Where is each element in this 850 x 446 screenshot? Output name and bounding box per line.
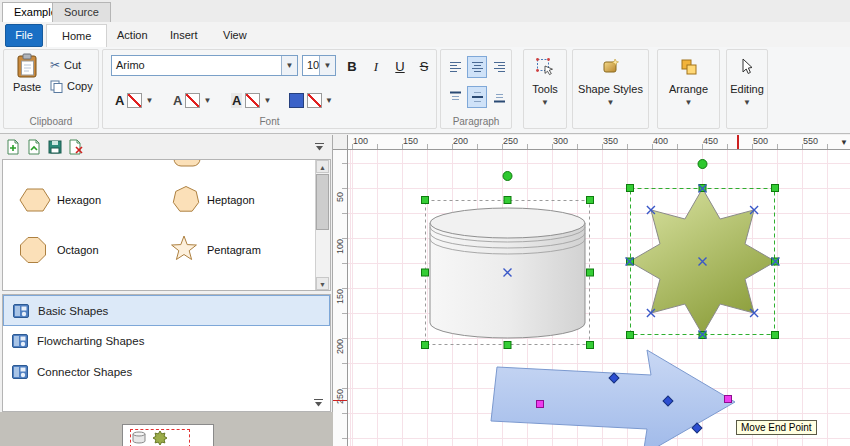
stencil-icon <box>11 332 29 350</box>
new-diagram-button[interactable] <box>3 137 23 157</box>
cylinder-top[interactable] <box>430 208 585 238</box>
editing-button[interactable]: Editing ▼ <box>728 51 766 127</box>
ruler-mark: 50 <box>335 192 345 202</box>
category-label: Basic Shapes <box>38 296 108 327</box>
tools-button[interactable]: Tools ▼ <box>525 51 565 127</box>
underline-button[interactable]: U <box>388 55 412 78</box>
category-connector-shapes[interactable]: Connector Shapes <box>3 357 330 388</box>
scroll-up-icon[interactable]: ▲ <box>316 160 329 173</box>
star-node[interactable] <box>626 160 780 339</box>
paste-button[interactable]: Paste <box>8 53 46 115</box>
diagram-canvas[interactable] <box>348 150 850 446</box>
valign-top-button[interactable] <box>445 86 465 108</box>
chevron-down-icon[interactable]: ▼ <box>325 96 333 105</box>
shape-list-scrollbar[interactable]: ▲ ▼ <box>315 160 330 290</box>
arrow-link[interactable] <box>491 350 735 446</box>
rotation-handle[interactable] <box>503 172 512 181</box>
cylinder-body[interactable] <box>430 223 585 338</box>
category-flowcharting-shapes[interactable]: Flowcharting Shapes <box>3 326 330 357</box>
letter-a-icon: A <box>115 93 124 108</box>
arrange-icon <box>680 58 698 76</box>
chevron-down-icon[interactable]: ▼ <box>281 56 297 75</box>
text-highlight-color-button[interactable]: A ▼ <box>227 88 275 112</box>
valign-middle-button[interactable] <box>467 86 487 108</box>
italic-button[interactable]: I <box>364 55 388 78</box>
scrollbar-thumb[interactable] <box>316 174 329 230</box>
arrange-button[interactable]: Arrange ▼ <box>659 51 718 127</box>
copy-button[interactable]: Copy <box>50 78 93 94</box>
chevron-down-icon[interactable]: ▼ <box>145 96 153 105</box>
doc-tab-source[interactable]: Source <box>52 2 111 22</box>
ruler-corner <box>333 135 348 150</box>
cylinder-node[interactable] <box>422 172 594 349</box>
strikethrough-button[interactable]: S <box>412 55 436 78</box>
chevron-down-icon[interactable]: ▼ <box>319 56 335 75</box>
save-diagram-button[interactable] <box>45 137 65 157</box>
open-diagram-button[interactable] <box>24 137 44 157</box>
scroll-down-icon[interactable]: ▼ <box>316 277 329 290</box>
chevron-down-icon: ▼ <box>541 98 549 107</box>
text-outline-color-button[interactable]: A ▼ <box>169 88 215 112</box>
collapse-panel-icon <box>314 142 325 152</box>
shape-fill-color-button[interactable]: ▼ <box>285 88 337 112</box>
ruler-mark: 200 <box>453 136 468 146</box>
tab-home[interactable]: Home <box>46 24 107 47</box>
fill-swatch-icon <box>289 93 304 108</box>
ruler-options-icon[interactable]: ▼ <box>840 138 848 147</box>
start-point-handle[interactable] <box>537 401 544 408</box>
chevron-down-icon[interactable]: ▼ <box>263 96 271 105</box>
rotation-handle[interactable] <box>698 160 707 169</box>
cut-label: Cut <box>64 59 81 71</box>
cursor-icon <box>738 58 756 76</box>
align-right-button[interactable] <box>489 56 509 78</box>
shape-label: Pentagram <box>207 244 261 256</box>
copy-label: Copy <box>67 80 93 92</box>
no-color-icon <box>307 93 322 108</box>
expand-more-icon[interactable] <box>313 398 324 408</box>
end-point-handle[interactable] <box>725 396 732 403</box>
stencil-icon <box>11 363 29 381</box>
octagon-icon <box>19 236 47 264</box>
tab-insert[interactable]: Insert <box>155 24 213 46</box>
chevron-down-icon: ▼ <box>743 98 751 107</box>
bold-button[interactable]: B <box>340 55 364 78</box>
text-color-button[interactable]: A ▼ <box>111 88 157 112</box>
copy-icon <box>50 80 63 93</box>
clipboard-group-label: Clipboard <box>4 116 98 127</box>
arrange-label: Arrange <box>669 83 708 95</box>
cut-button[interactable]: ✂ Cut <box>50 57 81 73</box>
tab-view[interactable]: View <box>208 24 262 46</box>
delete-diagram-button[interactable] <box>66 137 86 157</box>
overview-pane[interactable] <box>0 412 333 446</box>
ruler-mark: 250 <box>335 389 345 404</box>
category-label: Flowcharting Shapes <box>37 326 144 357</box>
ruler-mark: 400 <box>653 136 668 146</box>
font-size-combo[interactable]: 10 ▼ <box>302 55 336 76</box>
panel-pin-button[interactable] <box>309 137 329 157</box>
shape-category-list: Basic Shapes Flowcharting Shapes <box>2 294 331 412</box>
tooltip: Move End Point <box>736 420 817 435</box>
stencil-icon <box>12 302 30 320</box>
tab-action[interactable]: Action <box>102 24 163 46</box>
file-button[interactable]: File <box>5 24 43 47</box>
align-left-button[interactable] <box>445 56 465 78</box>
chevron-down-icon[interactable]: ▼ <box>203 96 211 105</box>
font-group-label: Font <box>103 116 436 127</box>
paragraph-group-label: Paragraph <box>441 116 511 127</box>
new-document-icon <box>5 139 21 155</box>
align-center-button[interactable] <box>467 56 487 78</box>
vertical-ruler: 50 100 150 200 250 <box>333 150 348 446</box>
valign-bottom-button[interactable] <box>489 86 509 108</box>
font-family-combo[interactable]: Arimo ▼ <box>111 55 298 76</box>
ruler-mark: 100 <box>335 239 345 254</box>
group-arrange: Arrange ▼ <box>657 49 720 129</box>
ribbon: Paste ✂ Cut Copy Clipboard Arimo ▼ <box>0 47 850 134</box>
font-size-value: 10 <box>307 59 319 71</box>
shape-list: Hexagon Heptagon Octagon Pentagram <box>2 159 331 291</box>
category-basic-shapes[interactable]: Basic Shapes <box>3 295 330 326</box>
shape-styles-button[interactable]: Shape Styles ▼ <box>574 51 647 127</box>
ruler-mark: 150 <box>335 289 345 304</box>
tools-label: Tools <box>532 83 558 95</box>
document-tab-bar: Example Source <box>0 0 850 23</box>
no-color-icon <box>127 93 142 108</box>
